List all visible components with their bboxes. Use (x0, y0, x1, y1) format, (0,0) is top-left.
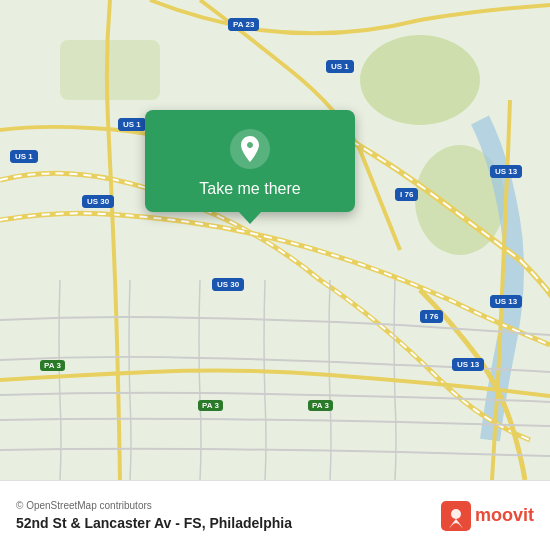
moovit-icon (441, 501, 471, 531)
popup-label: Take me there (199, 180, 300, 198)
badge-pa3-left: PA 3 (40, 360, 65, 371)
moovit-text: moovit (475, 505, 534, 526)
badge-pa3-mid: PA 3 (198, 400, 223, 411)
map-container: PA 23 US 1 US 1 US 1 US 30 US 30 I 76 I … (0, 0, 550, 480)
badge-us13-bot: US 13 (452, 358, 484, 371)
attribution: © OpenStreetMap contributors (16, 500, 292, 511)
location-name: 52nd St & Lancaster Av - FS, Philadelphi… (16, 515, 292, 531)
bottom-info: © OpenStreetMap contributors 52nd St & L… (16, 500, 292, 531)
bottom-bar: © OpenStreetMap contributors 52nd St & L… (0, 480, 550, 550)
location-pin-icon (229, 128, 271, 170)
badge-us13-top: US 13 (490, 165, 522, 178)
badge-us1-mid: US 1 (118, 118, 146, 131)
moovit-logo: moovit (441, 501, 534, 531)
badge-pa3-right: PA 3 (308, 400, 333, 411)
badge-i76-bot: I 76 (420, 310, 443, 323)
badge-us1-top: US 1 (326, 60, 354, 73)
badge-pa23: PA 23 (228, 18, 259, 31)
map-svg (0, 0, 550, 480)
badge-us1-left: US 1 (10, 150, 38, 163)
badge-us30-left: US 30 (82, 195, 114, 208)
svg-point-6 (451, 509, 461, 519)
badge-us13-mid: US 13 (490, 295, 522, 308)
svg-rect-3 (60, 40, 160, 100)
badge-us30-mid: US 30 (212, 278, 244, 291)
badge-i76-right: I 76 (395, 188, 418, 201)
take-me-there-button[interactable]: Take me there (145, 110, 355, 212)
svg-point-1 (360, 35, 480, 125)
